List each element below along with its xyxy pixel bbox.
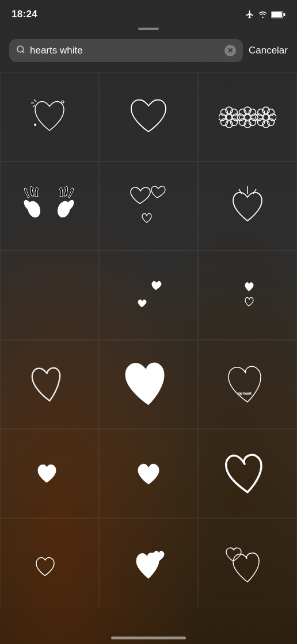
sticker-grid: my heart	[0, 67, 297, 613]
sticker-12[interactable]: my heart	[198, 340, 297, 429]
wifi-icon	[258, 10, 268, 18]
sticker-10[interactable]	[0, 340, 99, 429]
sticker-9[interactable]	[198, 251, 297, 340]
home-indicator-bar	[0, 624, 297, 644]
svg-line-43	[253, 189, 256, 194]
search-query: hearts white	[30, 45, 220, 56]
search-input-container[interactable]: hearts white ✕	[9, 39, 243, 62]
drag-pill	[0, 25, 297, 34]
svg-point-18	[226, 114, 232, 120]
svg-rect-2	[284, 13, 285, 16]
sticker-4[interactable]	[0, 162, 99, 251]
sticker-8[interactable]	[99, 251, 198, 340]
airplane-icon	[245, 10, 254, 19]
sticker-5[interactable]	[99, 162, 198, 251]
status-time: 18:24	[12, 9, 37, 20]
sticker-2[interactable]	[99, 72, 198, 162]
clear-search-button[interactable]: ✕	[224, 45, 236, 56]
battery-icon	[271, 11, 285, 18]
svg-point-8	[62, 101, 64, 103]
sticker-6[interactable]	[198, 162, 297, 251]
sticker-11[interactable]	[99, 340, 198, 429]
sticker-7[interactable]	[0, 251, 99, 340]
sticker-3[interactable]	[198, 72, 297, 162]
search-icon	[16, 45, 25, 56]
sticker-1[interactable]	[0, 72, 99, 162]
sticker-15[interactable]	[198, 429, 297, 518]
home-indicator	[111, 637, 186, 639]
sticker-17[interactable]	[99, 518, 198, 607]
cancel-button[interactable]: Cancelar	[249, 43, 288, 59]
svg-rect-1	[272, 12, 282, 17]
svg-point-36	[263, 114, 269, 120]
sticker-14[interactable]	[99, 429, 198, 518]
svg-line-5	[34, 99, 36, 102]
svg-point-9	[35, 124, 36, 125]
svg-line-4	[22, 51, 24, 53]
svg-point-3	[17, 46, 24, 52]
svg-text:my heart: my heart	[238, 392, 252, 395]
status-icons	[245, 10, 285, 19]
sticker-16[interactable]	[0, 518, 99, 607]
sticker-13[interactable]	[0, 429, 99, 518]
svg-line-42	[239, 189, 242, 194]
svg-point-27	[245, 114, 250, 120]
sticker-18[interactable]	[198, 518, 297, 607]
status-bar: 18:24	[0, 0, 297, 25]
search-bar: hearts white ✕ Cancelar	[0, 34, 297, 67]
svg-line-7	[33, 105, 35, 107]
